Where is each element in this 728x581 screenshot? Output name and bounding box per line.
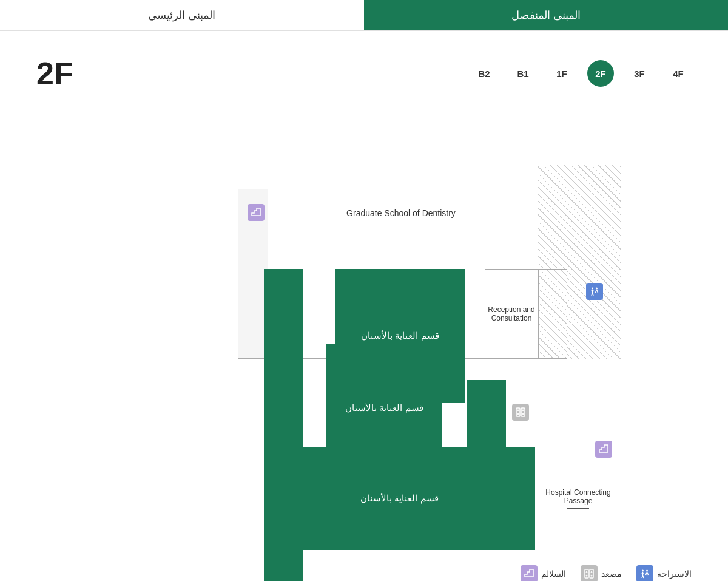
header-tabs: المبنى الرئيسي المبنى المنفصل	[0, 0, 728, 30]
svg-line-5	[597, 290, 598, 293]
elevator-legend-label: مصعد	[601, 569, 622, 579]
elevator-legend-svg	[584, 568, 595, 579]
stairs-legend-svg	[524, 568, 534, 579]
restroom-legend-icon	[636, 565, 653, 581]
tab-annex-building[interactable]: المبنى المنفصل	[364, 0, 728, 30]
floor-btn-2f[interactable]: 2F	[587, 60, 614, 87]
teal-right-box	[467, 380, 506, 501]
hospital-passage: Hospital Connecting Passage	[536, 480, 621, 517]
current-floor-label: 2F	[36, 55, 73, 92]
restroom-svg	[589, 286, 600, 297]
floor-nav-area: 2F B2 B1 1F 2F 3F 4F	[0, 37, 728, 104]
floor-btn-1f[interactable]: 1F	[548, 60, 575, 87]
stairs-legend-label: السلالم	[541, 569, 566, 579]
restroom-legend-svg	[639, 568, 650, 579]
legend: السلالم مصعد الاستراحة	[0, 559, 728, 581]
floor-btn-b2[interactable]: B2	[471, 60, 497, 87]
hatched-small-right	[538, 269, 567, 359]
legend-restroom: الاستراحة	[636, 565, 692, 581]
restroom-icon	[586, 283, 603, 300]
stairs-bottom-svg	[598, 444, 609, 455]
stairs-icon-bottom-right	[595, 441, 617, 463]
floor-buttons: B2 B1 1F 2F 3F 4F	[471, 60, 692, 87]
svg-line-19	[643, 576, 644, 578]
tab-main-building[interactable]: المبنى الرئيسي	[0, 0, 364, 30]
floor-btn-b1[interactable]: B1	[510, 60, 536, 87]
elevator-svg	[515, 407, 526, 418]
tab-annex-label: المبنى المنفصل	[511, 8, 581, 22]
svg-line-7	[593, 293, 594, 296]
restroom-legend-label: الاستراحة	[657, 569, 692, 579]
reception-consultation-box: Reception and Consultation	[485, 269, 538, 359]
svg-point-1	[596, 288, 598, 290]
restroom-icon-top	[586, 283, 608, 305]
stairs-legend-icon	[521, 565, 538, 581]
floor-btn-3f[interactable]: 3F	[626, 60, 653, 87]
elevator-legend-icon	[581, 565, 598, 581]
tab-main-label: المبنى الرئيسي	[148, 8, 215, 22]
separator	[0, 30, 728, 31]
elevator-icon	[512, 404, 534, 426]
stairs-icon-bottom-purple	[595, 441, 612, 458]
legend-elevator: مصعد	[581, 565, 622, 581]
floor-btn-4f[interactable]: 4F	[665, 60, 692, 87]
stairs-icon-top-left	[248, 204, 265, 221]
svg-point-12	[642, 570, 644, 572]
legend-stairs: السلالم	[521, 565, 566, 581]
stairs-icon-purple	[248, 204, 265, 221]
svg-point-13	[646, 570, 648, 572]
stairs-svg	[251, 207, 261, 218]
passage-line	[567, 508, 589, 509]
floor-map: Graduate School of Dentistry قسم العناية…	[0, 104, 728, 559]
svg-point-0	[592, 288, 593, 290]
elevator-icon-box	[512, 404, 529, 421]
svg-line-17	[647, 572, 649, 575]
